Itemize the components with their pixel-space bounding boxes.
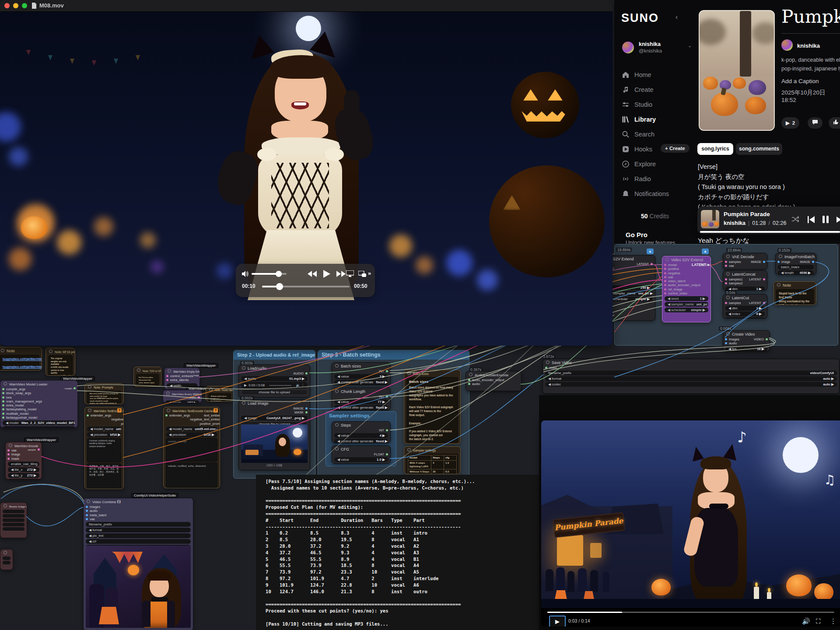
node-wanvideo-encode[interactable]: WanVideo Encode vaeimagemask samples ena… <box>5 442 42 480</box>
terminal-window[interactable]: [Pass 7.5/10] Assigning section names (A… <box>256 475 539 630</box>
input-slot[interactable]: compile_args <box>2 387 42 391</box>
node-steps[interactable]: Steps INT ◀ value4 ▶◀ control after gene… <box>332 421 391 443</box>
sidebar-item-search[interactable]: Search <box>622 131 696 138</box>
widget-row[interactable]: ◀ seed1 ▶ <box>665 296 708 301</box>
widget-row[interactable]: ◀ pix_fmt <box>86 533 191 538</box>
widget-row[interactable]: ◀ tile_stride_x144 ▶ <box>8 479 39 480</box>
volume-slider[interactable] <box>252 273 287 275</box>
sidebar-item-explore[interactable]: Explore <box>622 161 696 168</box>
player-artist[interactable]: knishika <box>724 220 746 226</box>
close-button[interactable] <box>4 3 10 8</box>
output-slot[interactable]: negative_text_embeds <box>190 417 220 421</box>
input-slot[interactable]: lora <box>2 396 42 399</box>
widget-row[interactable]: ◀ imageComfyUI_06247_.png ▶ <box>241 416 308 420</box>
widget-row[interactable]: ◀ control after generatefixed ▶ <box>334 439 388 443</box>
input-slot[interactable]: multitalk_model <box>2 412 42 416</box>
node-chunk-length[interactable]: Chunk Length INT ◀ value77 ▶◀ control af… <box>332 388 391 410</box>
node-latent-concat[interactable]: LatentConcat samples1samples2 LATENT ◀ d… <box>723 270 767 290</box>
node-small-utility-2[interactable] <box>0 549 13 570</box>
menu-kebab-icon[interactable]: ⋮ <box>830 617 836 625</box>
input-slot[interactable]: images <box>725 337 739 341</box>
input-slot[interactable]: samples <box>725 260 741 264</box>
fullscreen-icon[interactable]: ⛶ <box>816 617 821 625</box>
output-slot[interactable]: text_embeds <box>111 413 124 417</box>
sidebar-item-create[interactable]: Create <box>622 86 696 93</box>
node-vae-decode[interactable]: VAE Decode samplesvae IMAGE <box>723 253 767 270</box>
suno-player-bar[interactable]: Pumpkin Parade knishika | 01:28 / 02:26 <box>697 206 840 234</box>
widget-row[interactable]: ◀ dim1 ▶ <box>725 287 765 291</box>
sidebar-item-studio[interactable]: Studio <box>622 101 696 108</box>
go-pro-label[interactable]: Go Pro <box>626 231 648 238</box>
input-slot[interactable]: extra_model <box>2 403 42 407</box>
user-menu-chevron-icon[interactable]: ⌄ <box>688 43 692 49</box>
widget-row[interactable]: ◀ control after generatefixed ▶ <box>334 380 388 385</box>
widget-row[interactable]: batch_index <box>778 265 814 270</box>
input-slot[interactable]: extender_args <box>87 413 111 417</box>
upload-button[interactable]: choose file to upload <box>241 389 308 395</box>
user-name[interactable]: knishika <box>639 41 661 47</box>
widget-row[interactable]: ◀ audio01.mp3 ▶ <box>241 376 308 381</box>
volume-icon[interactable] <box>242 271 248 277</box>
input-slot[interactable]: samples1 <box>725 277 743 281</box>
input-slot[interactable]: meta_batch <box>86 513 193 517</box>
input-slot[interactable]: positive <box>664 267 700 271</box>
input-slot[interactable]: images <box>86 505 193 509</box>
input-slot[interactable]: fantasyportrait_model <box>2 416 42 420</box>
volume-icon[interactable]: 🔊 <box>802 617 810 625</box>
next-icon[interactable] <box>836 216 840 223</box>
sidebar-item-home[interactable]: Home <box>622 71 696 78</box>
node-textencode-cached-2[interactable]: ? WanVideo TextEncode Cached extender_ar… <box>163 407 220 488</box>
widget-row[interactable]: ◀ crf <box>86 539 191 544</box>
song-artist-name[interactable]: knishika <box>797 42 820 49</box>
player-progress[interactable] <box>700 231 840 233</box>
play-icon[interactable] <box>323 270 330 278</box>
input-slot[interactable]: fantasytalking_model <box>2 407 42 411</box>
widget-row[interactable]: enable_vae_tilingfalse <box>8 462 39 466</box>
pip-icon[interactable] <box>358 271 366 277</box>
play-count-button[interactable]: ▶2 <box>781 117 799 129</box>
widget-row[interactable]: ◀ codecauto ▶ <box>545 382 837 387</box>
node-load-audio[interactable]: LoadAudio AUDIO ◀ audio01.mp3 ▶ ▶ 0:00 /… <box>238 364 310 398</box>
widget-row[interactable]: ◀ model_nameumt5-xxl-enc-bf16.safetensor… <box>166 427 217 431</box>
hooks-create-button[interactable]: + Create <box>661 144 690 153</box>
widget-row[interactable]: ◀ length157 ▶ <box>165 400 200 403</box>
input-slot[interactable]: control_embeds <box>166 374 193 378</box>
quicktime-window[interactable]: » 00:10 00:50 M08.mov <box>0 0 612 346</box>
input-slot[interactable]: vram_management_args <box>2 399 42 403</box>
node-create-video[interactable]: Create Video imagesaudio VIDEO ◀ fps16 ▶ <box>723 330 770 351</box>
node-load-image[interactable]: Load Image IMAGE MASK ◀ imageComfyUI_062… <box>238 399 310 470</box>
input-slot[interactable]: image <box>7 452 20 456</box>
input-slot[interactable]: audio_encoder_output <box>664 283 700 287</box>
output-slot[interactable]: positive_prompt <box>190 422 220 426</box>
widget-row[interactable]: ◀ sampler_nameuni_pc ▶ <box>665 302 708 307</box>
input-slot[interactable]: block_swap_args <box>2 391 42 395</box>
window-titlebar[interactable]: M08.mov <box>0 0 612 12</box>
quicktime-controls[interactable]: » 00:10 00:50 <box>236 264 375 297</box>
like-button[interactable] <box>829 117 840 129</box>
input-slot[interactable]: audio <box>725 341 739 345</box>
sidebar-item-notifications[interactable]: Notifications <box>622 190 696 197</box>
speaker-icon[interactable]: 🔉 ⋮ <box>296 383 304 387</box>
suno-logo[interactable]: SUNO <box>621 11 659 25</box>
node-note-prompts[interactable]: Note: Prompts Not every model positive p… <box>84 383 124 404</box>
widget-row[interactable]: ◀ dim1 ▶ <box>725 306 765 311</box>
node-batch-sizes[interactable]: Batch sizes INT ◀ value3 ▶◀ control afte… <box>332 362 391 385</box>
widget-row[interactable]: ◀ tile_x272 ▶ <box>8 467 39 472</box>
airplay-icon[interactable] <box>346 270 354 277</box>
node-audio-encoder-encode[interactable]: AudioEncoderEncode audio_encoder_output … <box>466 371 522 391</box>
shuffle-icon[interactable] <box>792 216 799 222</box>
widget-row[interactable]: ◀ precisionbf16 ▶ <box>87 432 121 437</box>
input-slot[interactable]: ref_image <box>664 287 700 291</box>
pause-icon[interactable] <box>822 216 829 223</box>
widget-row[interactable]: ◀ modelWan_2_2_S2V_video_model_BF16.safe… <box>3 420 75 425</box>
node-wanvideo-model-loader[interactable]: WanVideo Model Loader compile_argsblock_… <box>0 380 78 428</box>
widget-row[interactable]: ◀ tile_y272 ▶ <box>8 473 39 478</box>
player-artwork[interactable] <box>701 210 719 228</box>
widget-row[interactable]: filename_prefix <box>86 522 191 527</box>
song-artwork[interactable] <box>699 10 775 131</box>
fast-forward-icon[interactable] <box>336 271 346 277</box>
widget-row[interactable]: ◀ formatauto ▶ <box>545 376 837 381</box>
node-empty-mmaudio[interactable]: WanVideo Empty MMAudio Latents samples ◀… <box>163 390 202 403</box>
widget-row[interactable]: ◀ value4 ▶ <box>334 433 388 438</box>
bottom-video-player[interactable]: ♪ ♫ ♪ Pumpkin Parade <box>541 420 840 626</box>
